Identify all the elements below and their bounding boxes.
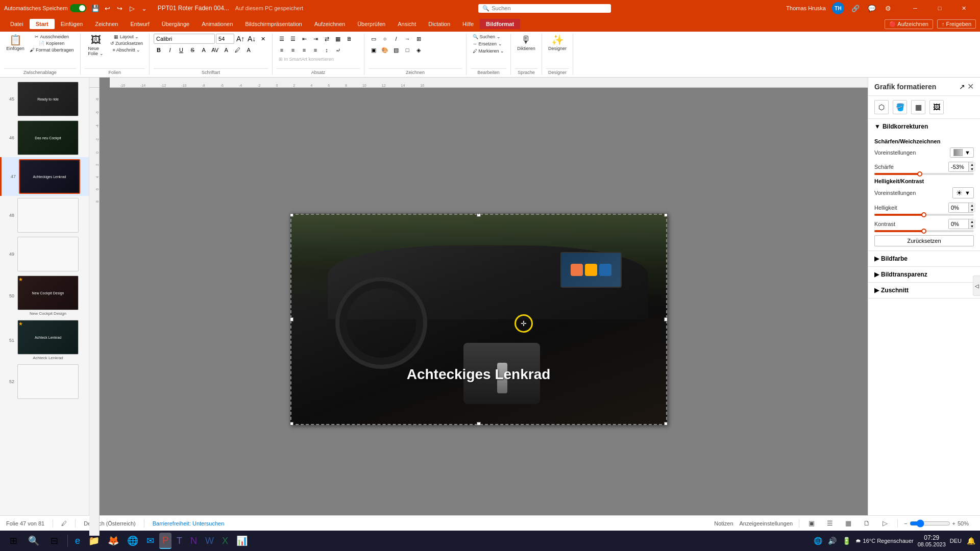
tab-entwurf[interactable]: Entwurf bbox=[124, 19, 155, 29]
taskbar-misc[interactable]: 📊 bbox=[233, 533, 251, 549]
save-button[interactable]: 💾 bbox=[90, 3, 101, 13]
suchen-button[interactable]: 🔍 Suchen ⌄ bbox=[471, 34, 503, 40]
shape-fill-button[interactable]: ▧ bbox=[391, 45, 401, 55]
volume-icon[interactable]: 🔊 bbox=[827, 536, 837, 546]
slides-panel[interactable]: 45 Ready to ride 46 Das neu Cockpit 47 A… bbox=[0, 78, 89, 536]
abschnitt-button[interactable]: ≡ Abschnitt ⌄ bbox=[108, 47, 145, 53]
freigeben-button[interactable]: ↑ Freigeben bbox=[937, 19, 976, 29]
handle-mr[interactable] bbox=[664, 317, 668, 321]
more-shapes-button[interactable]: ⊞ bbox=[413, 34, 424, 44]
voreinstellungen-select[interactable]: ▼ bbox=[950, 147, 974, 158]
anzeigeeinstellungen-button[interactable]: Anzeigeeinstellungen bbox=[740, 520, 793, 527]
layout-button[interactable]: ▦ Layout ⌄ bbox=[108, 34, 145, 40]
taskbar-word[interactable]: W bbox=[202, 533, 217, 549]
schaerfe-input[interactable] bbox=[949, 163, 968, 170]
einfuegen-button[interactable]: 📋 Einfügen bbox=[4, 34, 27, 52]
shape-effect-button[interactable]: ◈ bbox=[413, 45, 424, 55]
tab-ansicht[interactable]: Ansicht bbox=[391, 19, 422, 29]
bullet-list-button[interactable]: ☰ bbox=[277, 34, 287, 44]
kontrast-track[interactable] bbox=[874, 230, 974, 232]
clear-format-button[interactable]: ✕ bbox=[258, 34, 268, 44]
textbox-button[interactable]: 🗎 bbox=[344, 34, 354, 44]
schaerfe-track[interactable] bbox=[874, 173, 974, 175]
kontrast-value[interactable]: ▲ ▼ bbox=[948, 219, 974, 229]
align-center-button[interactable]: ≡ bbox=[288, 45, 298, 55]
slide-canvas[interactable]: Achteckiges Lenkrad ⟳ ✛ bbox=[290, 213, 668, 425]
align-left-button[interactable]: ≡ bbox=[277, 45, 287, 55]
zuruecksetzen-btn[interactable]: Zurücksetzen bbox=[874, 235, 974, 246]
tab-einfuegen[interactable]: Einfügen bbox=[55, 19, 89, 29]
comments-icon[interactable]: 💬 bbox=[867, 3, 877, 13]
section-bildfarbe[interactable]: ▶ Bildfarbe bbox=[868, 251, 980, 267]
taskbar-outlook[interactable]: ✉ bbox=[143, 533, 157, 549]
accessibility-status[interactable]: Barrierefreiheit: Untersuchen bbox=[153, 520, 225, 527]
shape-outline-button[interactable]: □ bbox=[402, 45, 412, 55]
aufzeichnen-button[interactable]: 🔴 Aufzeichnen bbox=[885, 19, 933, 29]
autosave-toggle[interactable] bbox=[70, 4, 86, 12]
panel-collapse-tab[interactable]: ◁ bbox=[973, 276, 980, 296]
schaerfe-thumb[interactable] bbox=[917, 171, 922, 177]
undo-button[interactable]: ↩ bbox=[103, 3, 113, 13]
start-button[interactable]: ⊞ bbox=[4, 532, 22, 550]
kontrast-up[interactable]: ▲ bbox=[968, 219, 975, 224]
handle-tl[interactable] bbox=[290, 213, 293, 217]
taskbar-excel[interactable]: X bbox=[219, 533, 231, 549]
search-input[interactable] bbox=[492, 5, 607, 11]
oval-shape[interactable]: ○ bbox=[380, 34, 390, 44]
columns-button[interactable]: ▦ bbox=[333, 34, 343, 44]
quick-styles-button[interactable]: 🎨 bbox=[380, 45, 390, 55]
font-name-input[interactable]: Calibri bbox=[154, 34, 215, 44]
maximize-button[interactable]: □ bbox=[928, 0, 951, 16]
notifications-icon[interactable]: 🔔 bbox=[966, 536, 976, 546]
slide-item-52[interactable]: 52 bbox=[0, 362, 89, 401]
helligkeit-input[interactable] bbox=[949, 204, 968, 211]
clock-area[interactable]: 07:29 08.05.2023 bbox=[918, 534, 946, 547]
highlight-button[interactable]: 🖊 bbox=[232, 45, 242, 55]
line-shape[interactable]: / bbox=[391, 34, 401, 44]
text-shadow-button[interactable]: A bbox=[199, 45, 209, 55]
tab-ueberpruefen[interactable]: Überprüfen bbox=[351, 19, 391, 29]
helligkeit-thumb[interactable] bbox=[921, 212, 926, 217]
tab-bildformat[interactable]: Bildformat bbox=[480, 19, 520, 29]
bildkorrekturen-header[interactable]: ▼ Bildkorrekturen bbox=[868, 119, 980, 134]
handle-bm[interactable] bbox=[477, 422, 481, 425]
redo-button[interactable]: ↪ bbox=[115, 3, 125, 13]
tab-bildschirmpraesentation[interactable]: Bildschirmpräsentation bbox=[239, 19, 308, 29]
helligkeit-down[interactable]: ▼ bbox=[968, 208, 975, 212]
designer-button[interactable]: ✨ Designer bbox=[546, 34, 569, 52]
tab-animationen[interactable]: Animationen bbox=[195, 19, 239, 29]
zuruecksetzen-button[interactable]: ↺ Zurücksetzen bbox=[108, 40, 145, 46]
more-qa-button[interactable]: ⌄ bbox=[139, 3, 150, 13]
smartart-button[interactable]: ⇄ bbox=[322, 34, 332, 44]
zoom-slider[interactable] bbox=[910, 519, 950, 528]
helligkeit-track[interactable] bbox=[874, 214, 974, 216]
underline-button[interactable]: U bbox=[176, 45, 186, 55]
increase-indent-button[interactable]: ⇥ bbox=[310, 34, 321, 44]
diktieren-button[interactable]: 🎙 Diktieren bbox=[515, 34, 537, 52]
section-bildtransparenz[interactable]: ▶ Bildtransparenz bbox=[868, 267, 980, 283]
slide-item-47[interactable]: 47 Achteckiges Lenkrad bbox=[0, 157, 89, 196]
handle-ml[interactable] bbox=[290, 317, 293, 321]
schaerfe-down[interactable]: ▼ bbox=[968, 167, 975, 171]
taskbar-powerpoint[interactable]: P bbox=[159, 533, 172, 549]
schaerfe-value[interactable]: ▲ ▼ bbox=[948, 162, 974, 172]
markieren-button[interactable]: 🖊 Markieren ⌄ bbox=[471, 48, 506, 54]
slide-item-51[interactable]: 51 Achteck Lenkrad ★ Achteck Lenkrad bbox=[0, 318, 89, 362]
taskbar-chrome[interactable]: 🌐 bbox=[124, 533, 141, 549]
align-right-button[interactable]: ≡ bbox=[299, 45, 309, 55]
voreinstellungen-select2[interactable]: ☀ ▼ bbox=[952, 187, 974, 198]
tab-start[interactable]: Start bbox=[30, 19, 55, 29]
canvas-area[interactable]: -16 -14 -12 -10 -8 -6 -4 -2 0 2 4 6 8 10… bbox=[89, 78, 868, 536]
arrange-button[interactable]: ▣ bbox=[369, 45, 379, 55]
char-spacing-button[interactable]: AV bbox=[210, 45, 220, 55]
slide-item-46[interactable]: 46 Das neu Cockpit bbox=[0, 118, 89, 157]
presentation-button[interactable]: ▷ bbox=[127, 3, 137, 13]
panel-expand-icon[interactable]: ↗ bbox=[959, 83, 965, 91]
handle-br[interactable] bbox=[664, 422, 668, 425]
taskbar-edge[interactable]: e bbox=[72, 533, 83, 549]
search-bar[interactable]: 🔍 bbox=[478, 4, 611, 13]
panel-icon-size[interactable]: 🖼 bbox=[929, 100, 944, 114]
justify-button[interactable]: ≡ bbox=[310, 45, 321, 55]
line-spacing-button[interactable]: ↕ bbox=[322, 45, 332, 55]
reading-view-button[interactable]: ▷ bbox=[879, 518, 891, 529]
